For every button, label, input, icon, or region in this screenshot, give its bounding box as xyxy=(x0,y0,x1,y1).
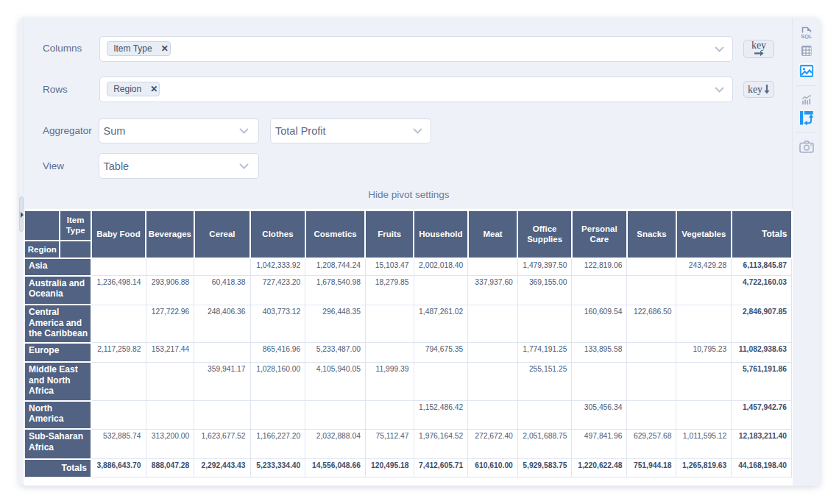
svg-text:SQL: SQL xyxy=(801,33,813,40)
